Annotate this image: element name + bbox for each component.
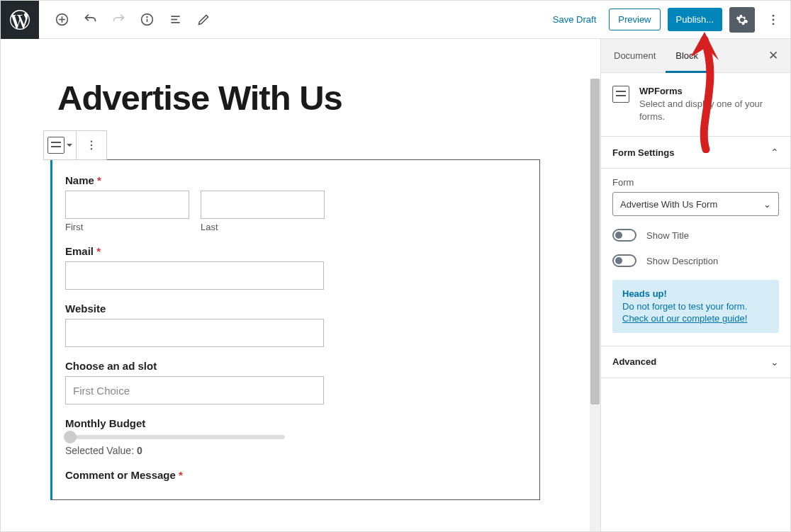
name-label: Name * bbox=[65, 174, 527, 186]
svg-point-10 bbox=[773, 18, 775, 21]
form-select-label: Form bbox=[612, 177, 779, 188]
add-block-button[interactable] bbox=[49, 7, 74, 33]
wpforms-icon bbox=[47, 137, 64, 154]
form-select-value: Advertise With Us Form bbox=[620, 199, 717, 210]
svg-point-14 bbox=[91, 148, 92, 149]
show-description-toggle-row: Show Description bbox=[612, 254, 779, 267]
sidebar-tabs: Document Block ✕ bbox=[601, 39, 790, 73]
show-title-toggle[interactable] bbox=[612, 229, 636, 242]
adslot-select[interactable]: First Choice bbox=[65, 376, 324, 404]
svg-point-5 bbox=[147, 17, 147, 18]
svg-point-12 bbox=[91, 141, 92, 142]
editor-publish-actions: Save Draft Preview Publish... bbox=[547, 7, 790, 33]
preview-button[interactable]: Preview bbox=[609, 9, 660, 30]
chevron-down-icon: ⌄ bbox=[763, 199, 771, 210]
slider-thumb-icon[interactable] bbox=[64, 431, 77, 443]
website-label: Website bbox=[65, 302, 527, 315]
block-description: WPForms Select and display one of your f… bbox=[601, 73, 790, 137]
notice-text: Do not forget to test your form. bbox=[622, 301, 769, 312]
undo-button[interactable] bbox=[77, 7, 103, 33]
svg-point-13 bbox=[91, 145, 92, 146]
budget-value: Selected Value: 0 bbox=[65, 445, 527, 456]
edit-button[interactable] bbox=[191, 7, 216, 33]
last-name-input[interactable] bbox=[201, 191, 325, 219]
form-settings-panel-body: Form Advertise With Us Form ⌄ Show Title… bbox=[601, 169, 790, 346]
settings-sidebar: Document Block ✕ WPForms Select and disp… bbox=[600, 39, 790, 532]
block-more-button[interactable] bbox=[77, 131, 106, 159]
name-field: Name * First Last bbox=[65, 174, 527, 232]
show-title-label: Show Title bbox=[646, 230, 689, 241]
advanced-panel-header[interactable]: Advanced ⌄ bbox=[601, 346, 790, 378]
editor-canvas[interactable]: Advertise With Us Name * First bbox=[1, 39, 590, 532]
svg-point-11 bbox=[773, 23, 775, 25]
budget-slider[interactable] bbox=[65, 435, 285, 439]
website-field: Website bbox=[65, 302, 527, 347]
scrollbar[interactable] bbox=[590, 79, 600, 532]
block-title: WPForms bbox=[639, 86, 779, 96]
tab-block[interactable]: Block bbox=[666, 39, 708, 73]
budget-label: Monthly Budget bbox=[65, 417, 527, 429]
required-asterisk: * bbox=[97, 174, 101, 186]
show-description-toggle[interactable] bbox=[612, 254, 636, 267]
adslot-placeholder: First Choice bbox=[73, 385, 130, 397]
form-settings-panel-header[interactable]: Form Settings ⌃ bbox=[601, 137, 790, 169]
block-toolbar bbox=[43, 130, 107, 160]
show-title-toggle-row: Show Title bbox=[612, 229, 779, 242]
chevron-down-icon: ⌄ bbox=[770, 356, 779, 368]
chevron-up-icon: ⌃ bbox=[770, 147, 779, 158]
required-asterisk: * bbox=[96, 245, 101, 257]
show-description-label: Show Description bbox=[646, 256, 718, 266]
wpforms-block[interactable]: Name * First Last Email * bbox=[50, 159, 540, 500]
wpforms-icon bbox=[612, 86, 629, 103]
wordpress-logo[interactable] bbox=[1, 1, 39, 39]
budget-field: Monthly Budget Selected Value: 0 bbox=[65, 417, 527, 456]
email-input[interactable] bbox=[65, 261, 324, 290]
heads-up-notice: Heads up! Do not forget to test your for… bbox=[612, 280, 779, 333]
tab-document[interactable]: Document bbox=[604, 39, 666, 73]
required-asterisk: * bbox=[179, 469, 183, 481]
close-sidebar-button[interactable]: ✕ bbox=[759, 42, 787, 70]
notice-link[interactable]: Check out our complete guide! bbox=[622, 313, 747, 324]
first-sublabel: First bbox=[65, 222, 189, 232]
first-name-input[interactable] bbox=[65, 191, 189, 219]
block-type-button[interactable] bbox=[44, 131, 77, 159]
publish-button[interactable]: Publish... bbox=[668, 8, 722, 31]
more-options-button[interactable] bbox=[762, 7, 785, 33]
notice-heading: Heads up! bbox=[622, 288, 769, 299]
page-title[interactable]: Advertise With Us bbox=[50, 78, 540, 118]
comment-field: Comment or Message * bbox=[65, 469, 527, 481]
comment-label: Comment or Message * bbox=[65, 469, 527, 481]
scroll-thumb[interactable] bbox=[590, 79, 600, 404]
save-draft-button[interactable]: Save Draft bbox=[547, 9, 602, 30]
website-input[interactable] bbox=[65, 319, 324, 347]
editor-tools bbox=[39, 7, 216, 33]
block-navigation-button[interactable] bbox=[162, 7, 188, 33]
redo-button[interactable] bbox=[106, 7, 131, 33]
editor-top-toolbar: Save Draft Preview Publish... bbox=[1, 1, 790, 39]
email-field: Email * bbox=[65, 245, 527, 290]
advanced-title: Advanced bbox=[612, 356, 656, 368]
content-info-button[interactable] bbox=[134, 7, 159, 33]
form-select[interactable]: Advertise With Us Form ⌄ bbox=[612, 192, 779, 216]
settings-button[interactable] bbox=[729, 7, 755, 33]
block-help-text: Select and display one of your forms. bbox=[639, 98, 779, 123]
email-label: Email * bbox=[65, 245, 527, 257]
form-settings-title: Form Settings bbox=[612, 147, 674, 158]
adslot-label: Choose an ad slot bbox=[65, 360, 527, 372]
adslot-field: Choose an ad slot First Choice bbox=[65, 360, 527, 404]
editor-main: Advertise With Us Name * First bbox=[1, 39, 790, 532]
svg-point-9 bbox=[773, 14, 775, 16]
last-sublabel: Last bbox=[201, 222, 325, 232]
